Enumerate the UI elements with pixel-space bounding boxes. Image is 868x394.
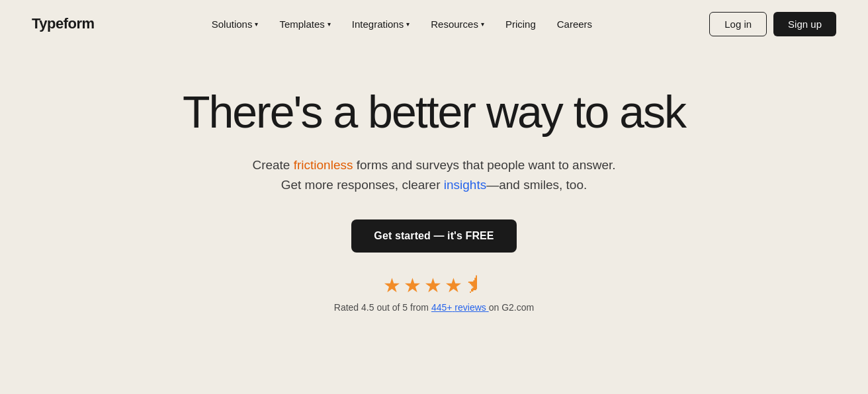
rating-total: 5: [402, 302, 408, 313]
chevron-down-icon: ▾: [327, 20, 331, 28]
star-4: ★: [445, 274, 462, 297]
cta-button[interactable]: Get started — it's FREE: [351, 219, 516, 253]
rating-out-of: out of: [376, 302, 402, 313]
highlight-insights: insights: [444, 178, 486, 192]
review-label: reviews: [455, 302, 486, 313]
rating-from: from: [410, 302, 431, 313]
hero-subtitle: Create frictionless forms and surveys th…: [252, 155, 615, 196]
rating-on: on: [489, 302, 501, 313]
nav-item-integrations[interactable]: Integrations ▾: [343, 13, 419, 35]
review-count: 445+: [431, 302, 453, 313]
nav-item-solutions[interactable]: Solutions ▾: [202, 13, 268, 35]
nav-links: Solutions ▾ Templates ▾ Integrations ▾ R…: [202, 13, 601, 35]
signup-button[interactable]: Sign up: [773, 12, 836, 36]
chevron-down-icon: ▾: [481, 20, 484, 28]
hero-section: There's a better way to ask Create frict…: [0, 48, 868, 339]
chevron-down-icon: ▾: [406, 20, 410, 28]
logo: Typeform: [32, 15, 95, 32]
star-half: ⯨: [465, 274, 485, 297]
nav-actions: Log in Sign up: [709, 12, 836, 36]
nav-item-careers[interactable]: Careers: [548, 13, 601, 35]
rating-platform: G2.com: [501, 302, 534, 313]
nav-item-pricing[interactable]: Pricing: [496, 13, 545, 35]
nav-item-templates[interactable]: Templates ▾: [270, 13, 339, 35]
navbar: Typeform Solutions ▾ Templates ▾ Integra…: [0, 0, 868, 48]
star-rating: ★ ★ ★ ★ ⯨: [383, 274, 485, 297]
hero-title: There's a better way to ask: [183, 87, 685, 137]
nav-item-resources[interactable]: Resources ▾: [421, 13, 494, 35]
rating-reviews-link[interactable]: 445+ reviews: [431, 302, 489, 313]
login-button[interactable]: Log in: [709, 12, 767, 36]
chevron-down-icon: ▾: [255, 20, 258, 28]
rating-score: 4.5: [361, 302, 374, 313]
rating-prefix: Rated: [334, 302, 361, 313]
star-2: ★: [404, 274, 421, 297]
star-1: ★: [383, 274, 401, 297]
star-3: ★: [424, 274, 442, 297]
rating-text: Rated 4.5 out of 5 from 445+ reviews on …: [334, 302, 534, 313]
highlight-frictionless: frictionless: [294, 158, 353, 172]
rating-section: ★ ★ ★ ★ ⯨ Rated 4.5 out of 5 from 445+ r…: [334, 274, 534, 313]
